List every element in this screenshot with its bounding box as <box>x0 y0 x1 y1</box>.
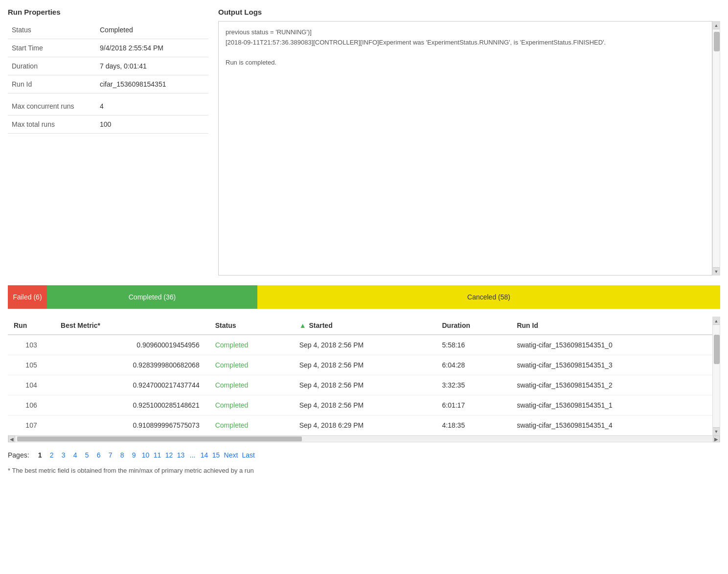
cell-duration: 5:58:16 <box>436 335 511 355</box>
log-scroll-track <box>713 29 720 267</box>
pagination-label: Pages: <box>8 451 29 459</box>
cell-started: Sep 4, 2018 2:56 PM <box>294 335 436 355</box>
table-scroll-thumb[interactable] <box>714 335 720 364</box>
page-link-5[interactable]: 5 <box>81 449 93 461</box>
status-failed-segment[interactable]: Failed (6) <box>8 285 47 309</box>
page-link-6[interactable]: 6 <box>93 449 105 461</box>
table-row: 1040.9247000217437744CompletedSep 4, 201… <box>8 375 712 395</box>
scroll-left-arrow[interactable]: ◀ <box>8 436 15 442</box>
horiz-scroll-thumb[interactable] <box>17 436 302 441</box>
cell-status: Completed <box>209 355 294 375</box>
status-canceled-segment[interactable]: Canceled (58) <box>257 285 720 309</box>
cell-run: 107 <box>8 415 55 436</box>
cell-runId: swatig-cifar_1536098154351_2 <box>511 375 712 395</box>
table-row: 1050.9283999800682068CompletedSep 4, 201… <box>8 355 712 375</box>
cell-duration: 6:04:28 <box>436 355 511 375</box>
prop-row: Run Idcifar_1536098154351 <box>8 75 208 93</box>
cell-run: 103 <box>8 335 55 355</box>
prop-label: Duration <box>8 57 96 75</box>
page-link-15[interactable]: 15 <box>210 449 222 461</box>
pagination-last[interactable]: Last <box>240 449 256 461</box>
col-header-status[interactable]: Status <box>209 317 294 335</box>
log-content: previous status = 'RUNNING')] [2018-09-1… <box>226 27 705 68</box>
prop-value: 7 days, 0:01:41 <box>96 57 208 75</box>
table-scroll-up-arrow[interactable]: ▲ <box>713 317 720 325</box>
cell-metric: 0.9283999800682068 <box>55 355 209 375</box>
cell-runId: swatig-cifar_1536098154351_1 <box>511 395 712 415</box>
runs-table-body: 1030.909600019454956CompletedSep 4, 2018… <box>8 335 712 436</box>
prop-row: Max total runs100 <box>8 115 208 134</box>
page-link-8[interactable]: 8 <box>116 449 128 461</box>
cell-metric: 0.9251000285148621 <box>55 395 209 415</box>
status-completed-segment[interactable]: Completed (36) <box>47 285 257 309</box>
page-link-13[interactable]: 13 <box>175 449 187 461</box>
page-link-14[interactable]: 14 <box>199 449 210 461</box>
cell-run: 105 <box>8 355 55 375</box>
page-link-10[interactable]: 10 <box>140 449 152 461</box>
prop-row: Start Time9/4/2018 2:55:54 PM <box>8 39 208 57</box>
log-scroll-thumb[interactable] <box>714 32 720 51</box>
horizontal-scrollbar[interactable]: ◀ ▶ <box>8 436 720 442</box>
page-link-4[interactable]: 4 <box>69 449 81 461</box>
page-link-7[interactable]: 7 <box>105 449 116 461</box>
table-scroll-down-arrow[interactable]: ▼ <box>713 427 720 435</box>
page-link-11[interactable]: 11 <box>152 449 163 461</box>
cell-started: Sep 4, 2018 2:56 PM <box>294 375 436 395</box>
table-row: 1060.9251000285148621CompletedSep 4, 201… <box>8 395 712 415</box>
log-vscroll: ▲ ▼ <box>712 21 720 276</box>
prop-value: 9/4/2018 2:55:54 PM <box>96 39 208 57</box>
col-header-runId[interactable]: Run Id <box>511 317 712 335</box>
page-link-12[interactable]: 12 <box>163 449 175 461</box>
status-canceled-label: Canceled (58) <box>467 293 510 301</box>
col-header-metric[interactable]: Best Metric* <box>55 317 209 335</box>
runs-table-header: RunBest Metric*Status▲ StartedDurationRu… <box>8 317 712 335</box>
page-link-1: 1 <box>34 449 46 461</box>
cell-status: Completed <box>209 415 294 436</box>
scroll-right-arrow[interactable]: ▶ <box>713 436 720 442</box>
footnote: * The best metric field is obtained from… <box>8 467 720 474</box>
cell-status: Completed <box>209 335 294 355</box>
cell-started: Sep 4, 2018 2:56 PM <box>294 395 436 415</box>
log-scroll-down-arrow[interactable]: ▼ <box>713 267 720 275</box>
prop-value: 4 <box>96 97 208 115</box>
output-logs-title: Output Logs <box>218 8 720 16</box>
cell-metric: 0.9247000217437744 <box>55 375 209 395</box>
status-failed-label: Failed (6) <box>13 293 42 301</box>
run-properties-title: Run Properties <box>8 8 208 16</box>
prop-row: Max concurrent runs4 <box>8 97 208 115</box>
log-outer: previous status = 'RUNNING')] [2018-09-1… <box>218 21 720 276</box>
prop-label: Max concurrent runs <box>8 97 96 115</box>
run-properties-table: StatusCompletedStart Time9/4/2018 2:55:5… <box>8 21 208 134</box>
cell-metric: 0.9108999967575073 <box>55 415 209 436</box>
runs-section: RunBest Metric*Status▲ StartedDurationRu… <box>8 317 720 442</box>
status-bar: Failed (6) Completed (36) Canceled (58) <box>8 285 720 309</box>
col-header-started[interactable]: ▲ Started <box>294 317 436 335</box>
page-link-9[interactable]: 9 <box>128 449 140 461</box>
runs-table: RunBest Metric*Status▲ StartedDurationRu… <box>8 317 712 436</box>
col-header-run[interactable]: Run <box>8 317 55 335</box>
prop-gap-row <box>8 93 208 98</box>
table-row: 1070.9108999967575073CompletedSep 4, 201… <box>8 415 712 436</box>
main-container: Run Properties StatusCompletedStart Time… <box>0 0 728 574</box>
cell-run: 106 <box>8 395 55 415</box>
page-link-2[interactable]: 2 <box>46 449 58 461</box>
page-link-3[interactable]: 3 <box>58 449 69 461</box>
pagination-next[interactable]: Next <box>222 449 240 461</box>
cell-started: Sep 4, 2018 2:56 PM <box>294 355 436 375</box>
prop-label: Start Time <box>8 39 96 57</box>
prop-label: Status <box>8 21 96 39</box>
col-header-duration[interactable]: Duration <box>436 317 511 335</box>
cell-runId: swatig-cifar_1536098154351_0 <box>511 335 712 355</box>
prop-value: 100 <box>96 115 208 134</box>
cell-duration: 3:32:35 <box>436 375 511 395</box>
output-logs-panel: Output Logs previous status = 'RUNNING')… <box>218 8 720 276</box>
pagination: Pages: 12345678910111213 ... 1415NextLas… <box>8 449 720 461</box>
cell-metric: 0.909600019454956 <box>55 335 209 355</box>
log-box: previous status = 'RUNNING')] [2018-09-1… <box>218 21 712 276</box>
cell-duration: 6:01:17 <box>436 395 511 415</box>
log-scroll-up-arrow[interactable]: ▲ <box>713 22 720 29</box>
prop-value: cifar_1536098154351 <box>96 75 208 93</box>
prop-row: StatusCompleted <box>8 21 208 39</box>
cell-run: 104 <box>8 375 55 395</box>
prop-row: Duration7 days, 0:01:41 <box>8 57 208 75</box>
